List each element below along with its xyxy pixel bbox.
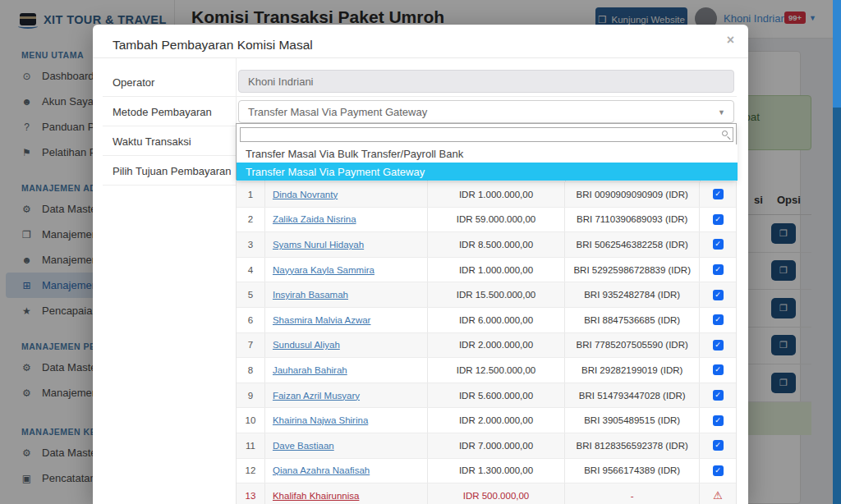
dropdown-option-bulk-transfer[interactable]: Transfer Masal Via Bulk Transfer/Payroll… — [237, 144, 738, 163]
table-row: 1Dinda NovrantyIDR 1.000.000,00BRI 00909… — [237, 182, 736, 208]
table-row: 12Qiana Azahra NaafisahIDR 1.300.000,00B… — [237, 459, 736, 484]
row-checkbox-checked[interactable]: ✓ — [713, 364, 724, 375]
row-checkbox-checked[interactable]: ✓ — [713, 340, 724, 351]
table-row: 9Faizan Azril MusyaryIDR 5.600.000,00BRI… — [237, 383, 736, 409]
row-checkbox-checked[interactable]: ✓ — [713, 189, 724, 199]
row-number: 4 — [237, 258, 265, 282]
payee-name-link[interactable]: Qiana Azahra Naafisah — [273, 465, 370, 475]
payee-bank-account: BRI 8847536685 (IDR) — [565, 308, 700, 332]
search-icon — [722, 131, 728, 136]
row-number: 7 — [237, 333, 265, 358]
payee-bank-account: BRI 9566174389 (IDR) — [565, 459, 700, 483]
row-number: 13 — [237, 483, 265, 504]
modal-tambah-pembayaran: Tambah Pembayaran Komisi Masal × Operato… — [93, 25, 748, 504]
payee-bank-account: BRI 52925986728839 (IDR) — [565, 258, 700, 282]
row-number: 5 — [237, 282, 265, 307]
divider — [103, 126, 236, 126]
payee-bank-account: BRI 0090909090909 (IDR) — [565, 182, 700, 207]
payee-amount: IDR 8.500.000,00 — [428, 232, 566, 257]
tujuan-label: Pilih Tujuan Pembayaran — [113, 165, 232, 177]
row-number: 12 — [237, 459, 265, 483]
row-checkbox-checked[interactable]: ✓ — [713, 415, 724, 426]
payee-amount: IDR 6.000.000,00 — [428, 308, 566, 332]
payee-amount: IDR 2.000.000,00 — [428, 408, 566, 433]
payee-bank-account: BRI 9352482784 (IDR) — [565, 282, 700, 307]
payee-name-link[interactable]: Zalika Zaida Nisrina — [273, 214, 356, 224]
payee-bank-account: BRI 7110390689093 (IDR) — [565, 208, 700, 232]
table-row: 4Nayyara Kayla SammiraIDR 1.000.000,00BR… — [237, 258, 736, 283]
payee-amount: IDR 2.000.000,00 — [428, 333, 566, 358]
metode-dropdown: Transfer Masal Via Bulk Transfer/Payroll… — [236, 123, 737, 180]
payee-name-link[interactable]: Jauharah Bahirah — [273, 365, 347, 375]
table-row: 3Syams Nurul HidayahIDR 8.500.000,00BRI … — [237, 232, 736, 258]
payee-amount: IDR 59.000.000,00 — [428, 208, 566, 232]
payee-name-link[interactable]: Nayyara Kayla Sammira — [273, 265, 375, 275]
payee-amount: IDR 15.500.000,00 — [428, 282, 566, 307]
select-caret-icon: ▼ — [718, 108, 725, 117]
divider — [103, 96, 737, 97]
payee-amount: IDR 500.000,00 — [428, 483, 566, 504]
divider — [93, 57, 748, 58]
row-number: 11 — [237, 433, 265, 458]
warning-icon: ⚠ — [713, 490, 723, 501]
divider — [103, 185, 236, 186]
operator-field[interactable] — [238, 70, 734, 93]
row-number: 6 — [237, 308, 265, 332]
dropdown-option-payment-gateway[interactable]: Transfer Masal Via Payment Gateway — [237, 163, 738, 181]
payee-name-link[interactable]: Faizan Azril Musyary — [273, 391, 360, 401]
row-number: 8 — [237, 358, 265, 383]
payee-name-link[interactable]: Khalifah Khairunnisa — [273, 491, 360, 501]
payee-bank-account: BRI 514793447028 (IDR) — [565, 383, 700, 408]
table-row: 10Khairina Najwa ShirinaIDR 2.000.000,00… — [237, 408, 736, 433]
payee-bank-account: BRI 8128356592378 (IDR) — [565, 433, 700, 458]
payee-amount: IDR 7.000.000,00 — [428, 433, 566, 458]
row-checkbox-checked[interactable]: ✓ — [713, 314, 724, 325]
payee-amount: IDR 5.600.000,00 — [428, 383, 566, 408]
payee-name-link[interactable]: Khairina Najwa Shirina — [273, 415, 368, 425]
payee-amount: IDR 12.500.000,00 — [428, 358, 566, 383]
table-row: 2Zalika Zaida NisrinaIDR 59.000.000,00BR… — [237, 208, 736, 233]
payee-bank-account: BRI 7785207505590 (IDR) — [565, 333, 700, 358]
table-row: 8Jauharah BahirahIDR 12.500.000,00BRI 29… — [237, 358, 736, 383]
payee-name-link[interactable]: Dinda Novranty — [273, 190, 338, 199]
payee-amount: IDR 1.000.000,00 — [428, 258, 566, 282]
row-checkbox-checked[interactable]: ✓ — [713, 214, 724, 225]
table-row: 5Insyirah BasamahIDR 15.500.000,00BRI 93… — [237, 282, 736, 308]
row-checkbox-checked[interactable]: ✓ — [713, 290, 724, 300]
payee-table: 1Dinda NovrantyIDR 1.000.000,00BRI 00909… — [236, 182, 737, 504]
table-row: 6Shasmira Malvia AzwarIDR 6.000.000,00BR… — [237, 308, 736, 333]
payee-name-link[interactable]: Shasmira Malvia Azwar — [273, 315, 371, 325]
row-number: 3 — [237, 232, 265, 257]
divider — [103, 155, 236, 156]
payee-amount: IDR 1.000.000,00 — [428, 182, 566, 207]
dropdown-search-input[interactable] — [240, 127, 733, 142]
payee-name-link[interactable]: Dave Bastiaan — [273, 441, 334, 451]
row-number: 9 — [237, 383, 265, 408]
modal-title: Tambah Pembayaran Komisi Masal — [113, 38, 313, 53]
payee-bank-account: BRI 3905489515 (IDR) — [565, 408, 700, 433]
row-checkbox-checked[interactable]: ✓ — [713, 264, 724, 275]
row-checkbox-checked[interactable]: ✓ — [713, 440, 724, 451]
payee-name-link[interactable]: Syams Nurul Hidayah — [273, 240, 364, 250]
payee-name-link[interactable]: Insyirah Basamah — [273, 290, 348, 300]
row-checkbox-checked[interactable]: ✓ — [713, 465, 724, 476]
table-row: 11Dave BastiaanIDR 7.000.000,00BRI 81283… — [237, 433, 736, 459]
row-checkbox-checked[interactable]: ✓ — [713, 390, 724, 401]
scrollbar-thumb[interactable] — [833, 0, 841, 108]
payee-bank-account: BRI 29282199019 (IDR) — [565, 358, 700, 383]
metode-label: Metode Pembayaran — [113, 106, 212, 118]
payee-name-link[interactable]: Sundusul Aliyah — [273, 340, 340, 350]
payee-bank-account: - — [565, 483, 700, 504]
table-row: 7Sundusul AliyahIDR 2.000.000,00BRI 7785… — [237, 333, 736, 359]
payee-amount: IDR 1.300.000,00 — [428, 459, 566, 483]
row-number: 10 — [237, 408, 265, 433]
row-checkbox-checked[interactable]: ✓ — [713, 239, 724, 250]
row-number: 1 — [237, 182, 265, 207]
payee-bank-account: BRI 5062546382258 (IDR) — [565, 232, 700, 257]
row-number: 2 — [237, 208, 265, 232]
operator-label: Operator — [113, 76, 154, 89]
close-icon[interactable]: × — [727, 33, 734, 48]
metode-select[interactable]: Transfer Masal Via Payment Gateway ▼ — [238, 100, 734, 123]
table-row: 13Khalifah KhairunnisaIDR 500.000,00-⚠ — [237, 483, 736, 504]
scrollbar-track — [833, 0, 841, 504]
